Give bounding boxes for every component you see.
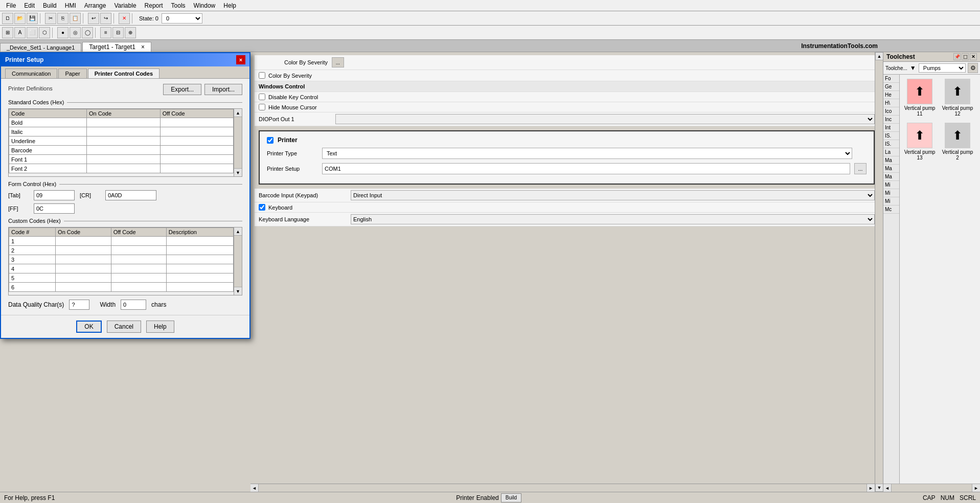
toolchest-float-icon[interactable]: ⬚ xyxy=(962,53,969,60)
custom-table-cell[interactable] xyxy=(166,255,233,264)
ok-button[interactable]: OK xyxy=(76,321,101,333)
custom-table-cell[interactable] xyxy=(111,283,166,292)
list-item[interactable]: Ma xyxy=(883,156,899,165)
list-item[interactable]: Ge xyxy=(883,83,899,91)
std-table-cell[interactable]: Underline xyxy=(9,136,87,146)
list-item[interactable]: Mi xyxy=(883,189,899,197)
tb-undo[interactable]: ↩ xyxy=(88,13,99,24)
custom-table-cell[interactable] xyxy=(111,246,166,255)
toolchest-item[interactable]: ⬆Vertical pump 2 xyxy=(940,121,975,163)
printer-setup-ellipsis[interactable]: ... xyxy=(854,163,867,174)
list-item[interactable]: Int xyxy=(883,124,899,132)
menu-edit[interactable]: Edit xyxy=(20,1,39,10)
tb-delete[interactable]: ✕ xyxy=(119,13,130,24)
dialog-close-button[interactable]: × xyxy=(236,55,245,64)
std-scroll-up[interactable]: ▲ xyxy=(234,109,242,117)
menu-hmi[interactable]: HMI xyxy=(61,1,80,10)
custom-table-cell[interactable] xyxy=(56,283,111,292)
std-table-cell[interactable]: Font 1 xyxy=(9,155,87,164)
tb2-btn6[interactable]: ◎ xyxy=(70,27,81,38)
list-item[interactable]: Mi xyxy=(883,197,899,205)
color-btn[interactable]: ... xyxy=(332,57,344,67)
tab-device-set[interactable]: _Device_Set1 - Language1 xyxy=(0,43,81,52)
tb-copy[interactable]: ⎘ xyxy=(57,13,69,24)
custom-table-cell[interactable] xyxy=(111,273,166,283)
tb2-btn7[interactable]: ◯ xyxy=(82,27,93,38)
menu-build[interactable]: Build xyxy=(39,1,61,10)
tab-paper[interactable]: Paper xyxy=(58,68,86,78)
printer-checkbox[interactable] xyxy=(267,137,274,144)
custom-table-cell[interactable] xyxy=(56,264,111,273)
custom-scroll-up[interactable]: ▲ xyxy=(234,227,242,236)
tab-input[interactable] xyxy=(34,190,75,200)
state-dropdown[interactable]: 0 xyxy=(162,13,202,24)
tb2-btn10[interactable]: ⊕ xyxy=(125,27,136,38)
menu-tools[interactable]: Tools xyxy=(167,1,190,10)
tab-printer-control-codes[interactable]: Printer Control Codes xyxy=(88,68,159,78)
std-table-cell[interactable] xyxy=(160,127,233,136)
custom-table-cell[interactable] xyxy=(166,273,233,283)
scroll-up-btn[interactable]: ▲ xyxy=(875,52,883,60)
std-table-cell[interactable] xyxy=(160,164,233,173)
toolchest-dropdown-icon[interactable]: ▼ xyxy=(909,64,917,72)
list-item[interactable]: He xyxy=(883,91,899,99)
custom-table-cell[interactable] xyxy=(56,273,111,283)
tab-communication[interactable]: Communication xyxy=(5,68,57,78)
std-table-cell[interactable] xyxy=(87,127,161,136)
tb-redo[interactable]: ↪ xyxy=(100,13,111,24)
std-table-cell[interactable] xyxy=(87,118,161,127)
custom-table-cell[interactable]: 4 xyxy=(9,264,56,273)
tb-cut[interactable]: ✂ xyxy=(45,13,56,24)
custom-table-cell[interactable] xyxy=(56,255,111,264)
list-item[interactable]: Fo xyxy=(883,75,899,83)
custom-table-cell[interactable]: 1 xyxy=(9,237,56,246)
std-table-cell[interactable] xyxy=(160,136,233,146)
width-input[interactable] xyxy=(121,300,146,310)
custom-table-cell[interactable] xyxy=(166,246,233,255)
menu-variable[interactable]: Variable xyxy=(110,1,140,10)
tab-close-icon[interactable]: × xyxy=(141,43,145,51)
list-item[interactable]: Ma xyxy=(883,173,899,181)
custom-table-cell[interactable]: 6 xyxy=(9,283,56,292)
std-scroll-down[interactable]: ▼ xyxy=(234,168,242,176)
std-table-cell[interactable] xyxy=(87,146,161,155)
tb2-btn3[interactable]: ⬜ xyxy=(27,27,38,38)
build-button[interactable]: Build xyxy=(501,493,521,502)
menu-report[interactable]: Report xyxy=(141,1,167,10)
custom-table-cell[interactable] xyxy=(111,264,166,273)
tb-new[interactable]: 🗋 xyxy=(2,13,13,24)
list-item[interactable]: Inc xyxy=(883,116,899,124)
disable-key-checkbox[interactable] xyxy=(259,94,265,100)
std-table-cell[interactable]: Barcode xyxy=(9,146,87,155)
tb2-btn4[interactable]: ⬡ xyxy=(39,27,50,38)
std-table-cell[interactable]: Italic xyxy=(9,127,87,136)
custom-table-cell[interactable] xyxy=(111,237,166,246)
scroll-right-btn[interactable]: ► xyxy=(867,484,875,492)
list-item[interactable]: H\ xyxy=(883,99,899,107)
barcode-input-select[interactable]: Direct Input xyxy=(351,190,875,200)
keyboard-lang-select[interactable]: English xyxy=(351,214,875,224)
ff-input[interactable] xyxy=(34,203,75,214)
menu-help[interactable]: Help xyxy=(219,1,240,10)
printer-type-select[interactable]: Text xyxy=(322,148,852,159)
tb-open[interactable]: 📂 xyxy=(14,13,26,24)
toolchest-item[interactable]: ⬆Vertical pump 13 xyxy=(902,121,938,163)
keyboard-checkbox[interactable] xyxy=(259,204,265,211)
scroll-down-btn[interactable]: ▼ xyxy=(875,484,883,492)
toolchest-pin-icon[interactable]: 📌 xyxy=(953,53,961,60)
menu-file[interactable]: File xyxy=(2,1,20,10)
color-severity-checkbox[interactable] xyxy=(259,72,265,79)
hide-mouse-checkbox[interactable] xyxy=(259,104,265,110)
custom-table-cell[interactable] xyxy=(166,237,233,246)
dioport-select[interactable] xyxy=(335,114,875,124)
data-quality-input[interactable] xyxy=(69,300,89,310)
list-item[interactable]: IS. xyxy=(883,140,899,148)
cancel-button[interactable]: Cancel xyxy=(107,321,141,333)
std-table-cell[interactable] xyxy=(87,164,161,173)
custom-table-cell[interactable]: 3 xyxy=(9,255,56,264)
tb2-btn5[interactable]: ● xyxy=(57,27,69,38)
scroll-left-btn[interactable]: ◄ xyxy=(250,484,259,492)
std-table-cell[interactable] xyxy=(87,136,161,146)
list-item[interactable]: Mc xyxy=(883,205,899,214)
tb2-btn8[interactable]: ≡ xyxy=(100,27,111,38)
